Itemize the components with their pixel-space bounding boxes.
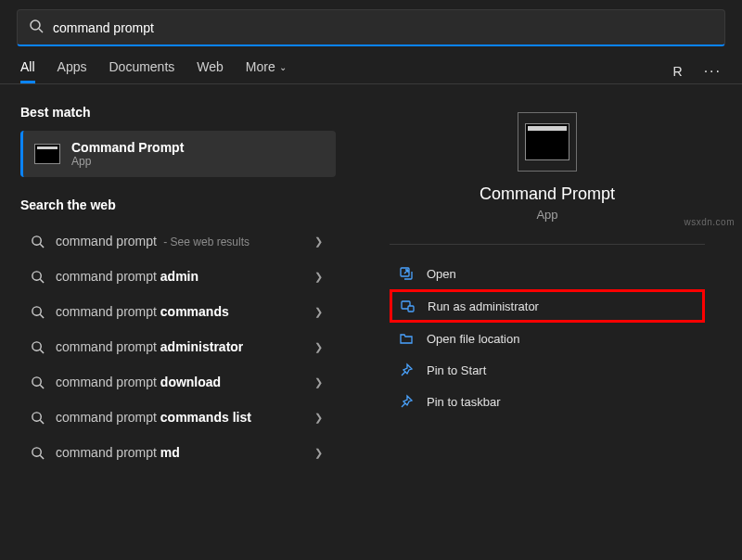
search-icon bbox=[26, 375, 48, 389]
web-suggestion[interactable]: command prompt - See web results❯ bbox=[20, 223, 336, 259]
web-suggestion[interactable]: command prompt admin❯ bbox=[20, 259, 336, 294]
pin-icon bbox=[399, 394, 414, 409]
chevron-right-icon: ❯ bbox=[314, 412, 323, 424]
command-prompt-icon bbox=[525, 123, 569, 160]
search-icon bbox=[29, 19, 44, 37]
action-label: Open bbox=[427, 267, 456, 281]
chevron-right-icon: ❯ bbox=[314, 306, 323, 318]
results-panel: Best match Command Prompt App Search the… bbox=[0, 84, 352, 542]
preview-divider bbox=[390, 244, 705, 245]
preview-icon-frame bbox=[518, 112, 577, 172]
actions-list: Open Run as administrator Open file loca… bbox=[390, 258, 705, 417]
action-open[interactable]: Open bbox=[390, 258, 705, 289]
svg-line-9 bbox=[40, 350, 44, 353]
action-pin-to-taskbar[interactable]: Pin to taskbar bbox=[390, 386, 705, 417]
web-suggestion[interactable]: command prompt download❯ bbox=[20, 364, 336, 400]
folder-icon bbox=[399, 331, 414, 346]
search-icon bbox=[26, 340, 48, 354]
action-open-file-location[interactable]: Open file location bbox=[390, 323, 705, 354]
suggestion-label: command prompt admin bbox=[56, 269, 314, 284]
suggestion-label: command prompt - See web results bbox=[56, 234, 314, 248]
svg-point-10 bbox=[32, 376, 40, 385]
filter-tabs: All Apps Documents Web More ⌄ R ··· bbox=[0, 46, 742, 83]
web-suggestion[interactable]: command prompt md❯ bbox=[20, 435, 336, 470]
suggestion-label: command prompt administrator bbox=[56, 339, 314, 354]
svg-point-4 bbox=[32, 271, 40, 279]
preview-panel: Command Prompt App Open Run as administr… bbox=[352, 84, 742, 542]
best-match-result[interactable]: Command Prompt App bbox=[20, 131, 336, 177]
svg-line-3 bbox=[40, 244, 44, 248]
suggestion-label: command prompt download bbox=[56, 375, 314, 389]
search-input[interactable] bbox=[53, 20, 713, 35]
search-icon bbox=[26, 446, 48, 460]
svg-point-6 bbox=[32, 306, 40, 314]
svg-line-1 bbox=[39, 29, 43, 32]
user-avatar[interactable]: R bbox=[669, 62, 687, 81]
shield-admin-icon bbox=[400, 299, 415, 313]
preview-title: Command Prompt bbox=[480, 185, 615, 204]
svg-line-5 bbox=[40, 279, 44, 283]
tab-web[interactable]: Web bbox=[197, 59, 224, 83]
tab-documents[interactable]: Documents bbox=[109, 59, 174, 83]
chevron-down-icon: ⌄ bbox=[279, 62, 287, 72]
chevron-right-icon: ❯ bbox=[314, 447, 323, 459]
search-icon bbox=[26, 411, 48, 425]
svg-line-11 bbox=[40, 385, 44, 388]
search-web-header: Search the web bbox=[20, 197, 352, 212]
suggestion-label: command prompt commands list bbox=[56, 410, 314, 425]
web-suggestion[interactable]: command prompt commands❯ bbox=[20, 294, 336, 329]
best-match-subtitle: App bbox=[71, 155, 184, 168]
action-label: Pin to taskbar bbox=[427, 395, 501, 409]
best-match-header: Best match bbox=[20, 105, 352, 120]
watermark: wsxdn.com bbox=[684, 217, 735, 227]
action-run-as-administrator[interactable]: Run as administrator bbox=[390, 289, 705, 323]
svg-line-7 bbox=[40, 314, 44, 318]
web-suggestion[interactable]: command prompt commands list❯ bbox=[20, 400, 336, 435]
best-match-title: Command Prompt bbox=[71, 140, 184, 155]
open-icon bbox=[399, 266, 414, 281]
chevron-right-icon: ❯ bbox=[314, 271, 323, 283]
action-label: Pin to Start bbox=[427, 363, 486, 377]
svg-point-0 bbox=[31, 20, 40, 30]
tab-all[interactable]: All bbox=[20, 59, 35, 83]
web-suggestion[interactable]: command prompt administrator❯ bbox=[20, 329, 336, 364]
chevron-right-icon: ❯ bbox=[314, 341, 323, 353]
web-suggestions: command prompt - See web results❯command… bbox=[20, 223, 352, 470]
svg-point-2 bbox=[32, 235, 40, 244]
tab-more[interactable]: More ⌄ bbox=[246, 59, 287, 83]
svg-line-15 bbox=[40, 455, 44, 459]
action-pin-to-start[interactable]: Pin to Start bbox=[390, 354, 705, 386]
command-prompt-icon bbox=[34, 144, 60, 164]
overflow-menu-icon[interactable]: ··· bbox=[704, 63, 722, 80]
search-bar[interactable] bbox=[17, 9, 725, 46]
search-icon bbox=[26, 305, 48, 319]
suggestion-label: command prompt md bbox=[56, 445, 314, 460]
action-label: Run as administrator bbox=[428, 299, 539, 313]
suggestion-label: command prompt commands bbox=[56, 304, 314, 319]
pin-icon bbox=[399, 363, 414, 377]
svg-point-8 bbox=[32, 341, 40, 350]
chevron-right-icon: ❯ bbox=[314, 235, 323, 248]
svg-point-12 bbox=[32, 412, 40, 420]
svg-line-13 bbox=[40, 420, 44, 424]
action-label: Open file location bbox=[427, 332, 519, 346]
preview-subtitle: App bbox=[536, 208, 557, 222]
search-icon bbox=[26, 270, 48, 284]
search-icon bbox=[26, 235, 48, 248]
svg-rect-18 bbox=[408, 306, 414, 312]
chevron-right-icon: ❯ bbox=[314, 376, 323, 388]
svg-point-14 bbox=[32, 447, 40, 455]
tab-apps[interactable]: Apps bbox=[58, 59, 87, 83]
